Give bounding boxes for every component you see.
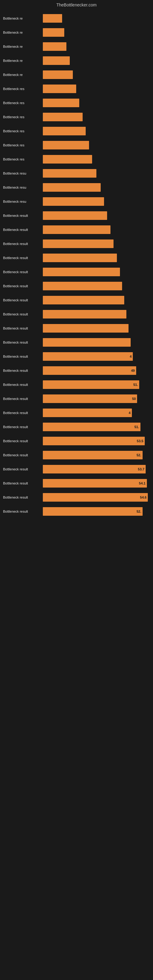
bar-label: Bottleneck re [3,30,43,34]
bar-label: Bottleneck result [3,453,43,457]
bar-wrapper [43,42,150,51]
bar-fill [43,183,101,192]
bar-label: Bottleneck res [3,129,43,133]
bar-wrapper [43,211,150,220]
bar-label: Bottleneck resu [3,200,43,204]
bar-fill [43,324,129,332]
bar-row: Bottleneck result [3,223,150,236]
bar-wrapper [43,155,150,164]
bar-wrapper [43,296,150,304]
bar-label: Bottleneck resu [3,172,43,175]
bar-wrapper: 54.1 [43,479,150,488]
bar-fill [43,141,89,150]
bar-wrapper [43,56,150,65]
bar-row: Bottleneck res [3,110,150,124]
bar-wrapper [43,127,150,135]
bar-fill [43,254,117,262]
bar-fill: 53.5 [43,437,145,445]
bar-row: Bottleneck result [3,279,150,293]
bar-fill [43,338,131,347]
bar-wrapper [43,28,150,37]
bar-wrapper: 52. [43,451,150,460]
bar-label: Bottleneck res [3,115,43,119]
bar-row: Bottleneck result51. [3,378,150,391]
bar-wrapper: 52. [43,507,150,516]
bar-wrapper [43,141,150,150]
bar-label: Bottleneck re [3,45,43,48]
bar-wrapper: 4 [43,409,150,417]
bar-wrapper [43,113,150,121]
bar-wrapper [43,324,150,332]
bar-row: Bottleneck re [3,12,150,25]
bar-fill: 4 [43,409,132,417]
bar-row: Bottleneck result54.1 [3,477,150,490]
bar-fill [43,296,124,304]
bar-fill [43,99,79,107]
bar-label: Bottleneck res [3,158,43,161]
bar-label: Bottleneck re [3,59,43,62]
bar-wrapper: 50 [43,395,150,403]
bar-label: Bottleneck res [3,143,43,147]
bar-wrapper: 51. [43,423,150,431]
bar-wrapper [43,310,150,318]
bar-fill: 49 [43,366,136,375]
bar-label: Bottleneck result [3,256,43,260]
bar-row: Bottleneck result4 [3,350,150,363]
bar-row: Bottleneck result52. [3,449,150,462]
bar-wrapper [43,14,150,23]
bar-row: Bottleneck result50 [3,392,150,406]
bar-wrapper [43,169,150,178]
bar-row: Bottleneck result54.6 [3,491,150,504]
bar-row: Bottleneck resu [3,195,150,208]
bar-fill [43,42,66,51]
bar-fill [43,225,110,234]
chart-container: Bottleneck reBottleneck reBottleneck reB… [0,9,153,522]
bar-label: Bottleneck re [3,16,43,20]
bar-fill [43,84,76,93]
bar-wrapper: 53.5 [43,437,150,445]
bar-label: Bottleneck result [3,397,43,401]
bar-label: Bottleneck result [3,284,43,288]
bar-label: Bottleneck result [3,298,43,302]
bar-row: Bottleneck re [3,26,150,39]
bar-row: Bottleneck result4 [3,406,150,420]
bar-row: Bottleneck res [3,82,150,95]
bar-row: Bottleneck result49 [3,364,150,377]
bar-row: Bottleneck re [3,54,150,67]
bar-fill: 52. [43,451,143,460]
bar-row: Bottleneck result [3,251,150,265]
bar-fill [43,282,122,290]
bar-row: Bottleneck res [3,138,150,152]
bar-label: Bottleneck result [3,270,43,274]
bar-wrapper: 51. [43,380,150,389]
bar-row: Bottleneck re [3,40,150,53]
bar-fill: 52. [43,507,143,516]
bar-fill: 54.1 [43,479,147,488]
bar-label: Bottleneck result [3,312,43,316]
bar-fill [43,14,62,23]
bar-label: Bottleneck result [3,228,43,232]
bar-label: Bottleneck re [3,73,43,76]
bar-row: Bottleneck result52. [3,505,150,518]
bar-fill [43,70,73,79]
bar-wrapper: 49 [43,366,150,375]
bar-row: Bottleneck res [3,124,150,138]
bar-wrapper: 54.6 [43,493,150,502]
bar-label: Bottleneck result [3,242,43,246]
bar-wrapper [43,99,150,107]
bar-row: Bottleneck result [3,336,150,349]
site-title: TheBottlenecker.com [0,0,153,9]
bar-fill: 51. [43,380,139,389]
bar-label: Bottleneck result [3,510,43,513]
bar-row: Bottleneck result [3,209,150,222]
bar-row: Bottleneck result [3,307,150,321]
bar-row: Bottleneck result [3,293,150,307]
bar-label: Bottleneck result [3,369,43,372]
bar-label: Bottleneck res [3,101,43,105]
bar-row: Bottleneck result53.5 [3,434,150,448]
bar-label: Bottleneck result [3,495,43,499]
bar-row: Bottleneck result53.7 [3,463,150,476]
bar-row: Bottleneck result [3,237,150,250]
bar-wrapper [43,197,150,206]
bar-wrapper [43,183,150,192]
